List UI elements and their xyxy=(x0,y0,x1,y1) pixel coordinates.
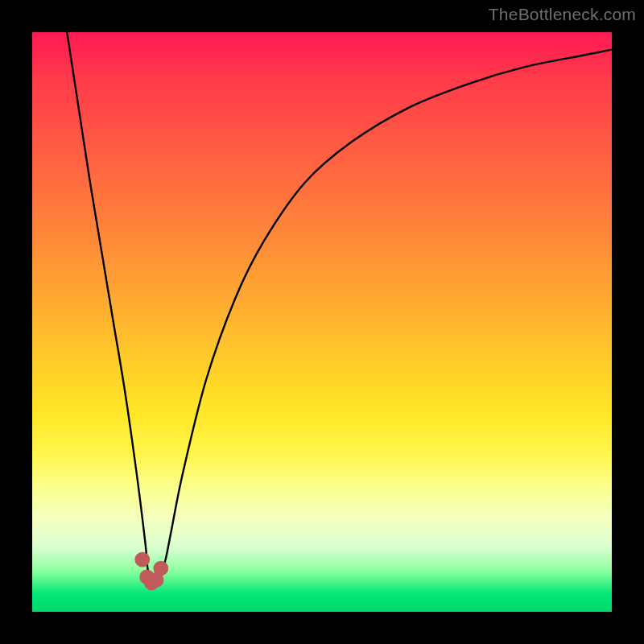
curve-path xyxy=(67,32,612,583)
trough-marker xyxy=(153,561,168,576)
trough-marker xyxy=(134,552,150,568)
chart-frame: TheBottleneck.com xyxy=(0,0,644,644)
watermark-label: TheBottleneck.com xyxy=(489,5,636,24)
trough-markers xyxy=(134,552,168,591)
curve-svg xyxy=(32,32,612,612)
plot-area xyxy=(32,32,612,612)
